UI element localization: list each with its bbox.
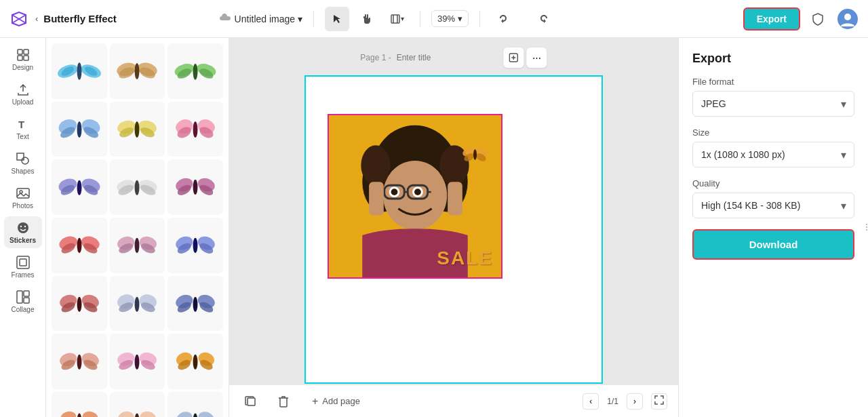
sidebar-item-shapes-label: Shapes [12,167,35,175]
list-item[interactable] [110,43,165,99]
page-label: Page 1 - [360,53,391,62]
export-panel: Export File format JPEG PNG PDF SVG Size… [678,38,868,417]
svg-point-18 [24,226,25,227]
sticker-panel [46,38,229,417]
add-element-button[interactable] [504,47,524,68]
back-button[interactable]: ‹ [35,14,38,24]
svg-point-93 [135,296,140,311]
more-options-button[interactable]: ⋯ [527,47,547,68]
svg-rect-19 [17,256,29,269]
svg-rect-23 [24,298,29,303]
file-format-select[interactable]: JPEG PNG PDF SVG [692,91,854,117]
sidebar-item-photos[interactable]: Photos [4,182,42,214]
hand-tool-button[interactable] [355,7,379,31]
undo-button[interactable] [491,7,515,31]
svg-point-12 [22,157,28,164]
svg-point-68 [193,180,198,195]
redo-button[interactable] [521,7,545,31]
page-title-input[interactable] [397,53,498,62]
sidebar-item-upload[interactable]: Upload [4,78,42,110]
prev-page-button[interactable]: ‹ [583,393,599,410]
canvas-area: Page 1 - ⋯ [229,38,678,417]
svg-rect-22 [24,291,29,296]
list-item[interactable] [110,102,165,157]
svg-rect-14 [17,188,29,198]
back-chevron-icon: ‹ [35,14,38,24]
sidebar-item-photos-label: Photos [12,202,33,210]
add-page-button[interactable]: + Add page [305,391,367,412]
zoom-control[interactable]: 39% ▾ [431,10,469,27]
file-dropdown-icon: ▾ [298,14,302,24]
svg-rect-9 [18,56,22,60]
page-navigation: ‹ 1/1 › [583,393,667,410]
quality-select[interactable]: High (154 KB - 308 KB) Medium (80 KB - 1… [692,193,854,218]
svg-point-98 [193,296,198,311]
sidebar-item-collage[interactable]: Collage [4,285,42,317]
sidebar-item-shapes[interactable]: Shapes [4,147,42,179]
sidebar-item-stickers-label: Stickers [9,237,36,244]
list-item[interactable] [52,276,107,332]
duplicate-page-button[interactable] [240,391,262,412]
list-item[interactable] [52,392,107,417]
file-format-field: File format JPEG PNG PDF SVG [692,77,854,117]
svg-point-58 [77,180,81,195]
list-item[interactable] [52,334,107,389]
list-item[interactable] [52,43,107,99]
size-label: Size [692,127,854,138]
sidebar-item-text-label: Text [16,133,28,140]
svg-point-121 [139,410,158,417]
svg-point-114 [58,410,78,417]
svg-point-126 [197,410,216,417]
list-item[interactable] [110,159,165,215]
divider-2 [420,11,420,27]
delete-page-button[interactable] [273,391,294,412]
list-item[interactable] [167,218,223,273]
svg-rect-21 [17,291,22,303]
file-name-button[interactable]: Untitled image ▾ [218,12,303,25]
topbar-center: Untitled image ▾ ▾ [218,7,546,31]
list-item[interactable] [167,159,223,215]
selected-design-element[interactable]: SALE [328,114,502,279]
fullscreen-button[interactable] [651,393,667,410]
svg-point-153 [473,149,477,160]
sidebar-item-stickers[interactable]: Stickers [4,216,42,248]
page-counter: 1/1 [607,397,618,406]
svg-point-28 [77,62,81,80]
next-page-button[interactable]: › [627,393,643,410]
list-item[interactable] [167,102,223,157]
sidebar-item-frames[interactable]: Frames [4,251,42,283]
sidebar-item-design[interactable]: Design [4,43,42,75]
list-item[interactable] [167,43,223,99]
export-button[interactable]: Export [743,7,800,31]
list-item[interactable] [167,276,223,332]
sidebar-item-collage-label: Collage [12,306,35,313]
svg-rect-7 [18,49,22,54]
list-item[interactable] [110,218,165,273]
list-item[interactable] [52,159,107,215]
collection-title: Butterfly Effect [43,13,117,24]
svg-point-135 [361,145,390,185]
pointer-tool-button[interactable] [325,7,349,31]
sidebar-item-text[interactable]: T Text [4,113,42,144]
svg-rect-2 [391,15,399,23]
download-button[interactable]: Download [692,229,854,260]
user-avatar[interactable] [835,7,860,31]
sidebar-item-frames-label: Frames [12,271,35,279]
svg-point-17 [20,226,21,227]
shield-button[interactable] [806,7,830,31]
svg-rect-8 [24,49,28,54]
list-item[interactable] [110,276,165,332]
frame-tool-button[interactable]: ▾ [384,7,409,31]
list-item[interactable] [167,334,223,389]
size-select[interactable]: 1x (1080 x 1080 px) 2x (2160 x 2160 px) … [692,142,854,167]
list-item[interactable] [52,102,107,157]
svg-point-128 [193,413,198,417]
list-item[interactable] [167,392,223,417]
svg-point-146 [414,188,421,195]
list-item[interactable] [110,334,165,389]
list-item[interactable] [110,392,165,417]
svg-point-124 [175,410,194,417]
svg-point-145 [391,188,398,195]
svg-point-16 [18,222,28,233]
list-item[interactable] [52,218,107,273]
